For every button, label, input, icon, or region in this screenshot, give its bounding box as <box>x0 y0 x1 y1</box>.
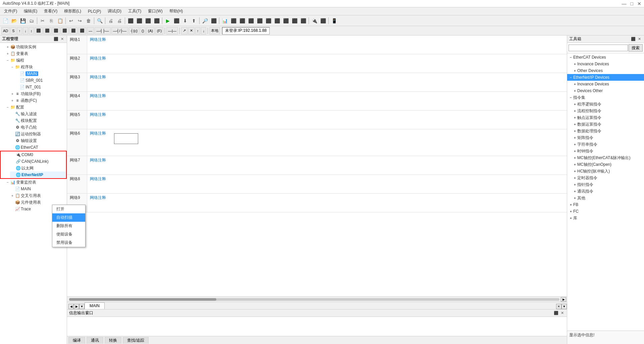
rt-instr-expand[interactable]: − <box>569 96 573 99</box>
tab-main[interactable]: MAIN <box>85 302 105 309</box>
tree-int001[interactable]: 📄 INT_001 <box>14 84 67 90</box>
tree-program-block[interactable]: − 📁 程序块 <box>9 64 67 70</box>
rt-ethercat[interactable]: − EtherCAT Devices <box>567 54 644 61</box>
output-content[interactable] <box>67 317 567 336</box>
rt-contact[interactable]: + 触点运算指令 <box>571 114 644 121</box>
rt-ethercat-expand[interactable]: − <box>569 56 573 59</box>
rt-data-trans[interactable]: + 数据运算指令 <box>571 121 644 128</box>
menu-plc[interactable]: PLC(P) <box>85 8 104 14</box>
menu-tools[interactable]: 工具(T) <box>125 8 144 15</box>
rt-contact-expand[interactable]: + <box>573 116 577 120</box>
toolbox-float-btn[interactable]: ⬛ <box>631 37 636 42</box>
lad-btn23[interactable]: ↓ <box>201 27 206 35</box>
tree-main[interactable]: 📄 MAIN <box>14 70 67 77</box>
tree-com0[interactable]: 🔌 COM0 <box>10 151 66 158</box>
rt-timer[interactable]: + 定时器指令 <box>571 175 644 181</box>
menu-debug[interactable]: 调试(D) <box>105 8 124 15</box>
rt-data-proc[interactable]: + 数据处理指令 <box>571 128 644 134</box>
tree-module[interactable]: 🔧 模块配置 <box>9 117 67 124</box>
print-btn[interactable]: 🖨 <box>107 17 115 25</box>
rt-string[interactable]: + 字符串指令 <box>571 141 644 148</box>
lad-btn8[interactable]: ⬛ <box>52 27 60 35</box>
rt-dt-expand[interactable]: + <box>573 123 577 126</box>
lad-btn13[interactable]: —┤├— <box>95 27 111 35</box>
lad-btn19[interactable]: —|— <box>166 27 178 35</box>
minimize-btn[interactable]: — <box>622 1 627 6</box>
expand-config[interactable]: − <box>5 105 10 110</box>
output-float-btn[interactable]: ⬛ <box>553 311 559 316</box>
tree-cam[interactable]: ⚙ 电子凸轮 <box>9 124 67 131</box>
menu-file[interactable]: 文件(F) <box>1 8 20 15</box>
rt-fb-expand[interactable]: + <box>569 203 573 207</box>
menu-ladder[interactable]: 梯形图(L) <box>61 8 84 15</box>
redo-btn[interactable]: ↪ <box>76 17 84 25</box>
menu-help[interactable]: 帮助(H) <box>167 8 186 15</box>
ctx-auto-scan[interactable]: 自动扫描 <box>52 213 85 222</box>
tb9[interactable]: ⬛ <box>256 17 264 25</box>
expand-vm[interactable]: − <box>5 180 10 185</box>
tab-convert[interactable]: 转换 <box>105 337 121 344</box>
tab-nav-list[interactable]: ▼ <box>79 304 85 309</box>
rt-ethip-expand[interactable]: − <box>569 76 573 79</box>
lad-btn17[interactable]: (A) <box>146 27 155 35</box>
rt-flow[interactable]: + 流程控制指令 <box>571 108 644 114</box>
undo-btn[interactable]: ↩ <box>67 17 75 25</box>
menu-view[interactable]: 查看(V) <box>41 8 60 15</box>
expand-prog[interactable]: − <box>5 58 10 63</box>
tb10[interactable]: ⬛ <box>264 17 272 25</box>
rt-other-instr[interactable]: + 其他 <box>571 195 644 201</box>
lad-btn20[interactable]: ↗ <box>181 27 187 35</box>
monitor-btn[interactable]: 📊 <box>221 17 229 25</box>
ctx-disable-device[interactable]: 禁用设备 <box>52 238 85 247</box>
tree-config[interactable]: − 📁 配置 <box>0 104 67 111</box>
menu-edit[interactable]: 编辑(E) <box>21 8 40 15</box>
rt-fb[interactable]: + FB <box>567 201 644 208</box>
tb4[interactable]: ⬛ <box>153 17 161 25</box>
local-btn[interactable]: 本地 <box>209 27 220 35</box>
lad-btn22[interactable]: ↑ <box>195 27 201 35</box>
expand-fc[interactable]: + <box>10 98 15 103</box>
tb11[interactable]: ⬛ <box>273 17 281 25</box>
tree-ethercat[interactable]: 🌐 EtherCAT <box>9 144 67 151</box>
lad-btn7[interactable]: ⬛ <box>43 27 51 35</box>
tb8[interactable]: ⬛ <box>247 17 255 25</box>
save-btn[interactable]: 💾 <box>19 17 27 25</box>
tb6[interactable]: ⬛ <box>229 17 237 25</box>
maximize-btn[interactable]: □ <box>631 1 633 6</box>
rt-prog-logic[interactable]: + 程序逻辑指令 <box>571 101 644 108</box>
rt-ethernetip[interactable]: − EtherNet/IP Devices <box>567 74 644 81</box>
tab-menu-btn[interactable]: ▼ <box>561 304 567 309</box>
zoom-btn[interactable]: 🔎 <box>201 17 209 25</box>
tree-cross-ref[interactable]: + 📋 交叉引用表 <box>0 192 67 199</box>
copy-btn[interactable]: ⎘ <box>47 17 55 25</box>
h-scroll-right[interactable]: ▶ <box>561 297 566 302</box>
rt-comm-expand[interactable]: + <box>573 190 577 193</box>
paste-btn[interactable]: 📋 <box>56 17 64 25</box>
rt-inovance1[interactable]: + Inovance Devices <box>571 61 644 67</box>
rt-pointer[interactable]: + 指针指令 <box>571 181 644 188</box>
rt-mcco-expand[interactable]: + <box>573 163 577 166</box>
rt-inovance1-expand[interactable]: + <box>573 62 577 66</box>
tab-nav-prev[interactable]: ◀ <box>68 304 74 309</box>
rt-mc-canopen[interactable]: + MC轴控(CanOpen) <box>571 161 644 168</box>
panel-float-btn[interactable]: ⬛ <box>53 37 59 42</box>
rt-inovance2[interactable]: + Inovance Devices <box>571 81 644 87</box>
lad-btn15[interactable]: ┤{c} <box>129 27 139 35</box>
lad-btn5[interactable]: ↕ <box>29 27 34 35</box>
h-scroll-track[interactable] <box>69 298 559 301</box>
connect-btn[interactable]: 🔌 <box>310 17 318 25</box>
lad-btn9[interactable]: ⬛ <box>61 27 69 35</box>
lad-btn14[interactable]: —┤/├— <box>111 27 128 35</box>
tree-monitor-main[interactable]: 📄 MAIN <box>9 186 67 192</box>
expand-pblock[interactable]: − <box>10 65 15 69</box>
tb1[interactable]: ⬛ <box>126 17 135 25</box>
expand-func[interactable]: + <box>5 45 10 49</box>
rt-other1[interactable]: + Other Devices <box>571 67 644 74</box>
open-btn[interactable]: 📂 <box>10 17 18 25</box>
h-scroll-thumb[interactable] <box>69 298 216 301</box>
tab-nav-next[interactable]: ▶ <box>74 304 79 309</box>
rt-fc[interactable]: + FC <box>567 208 644 215</box>
ctx-open[interactable]: 打开 <box>52 205 85 213</box>
tb5[interactable]: ⬛ <box>210 17 218 25</box>
rt-clock[interactable]: + 时钟指令 <box>571 148 644 154</box>
